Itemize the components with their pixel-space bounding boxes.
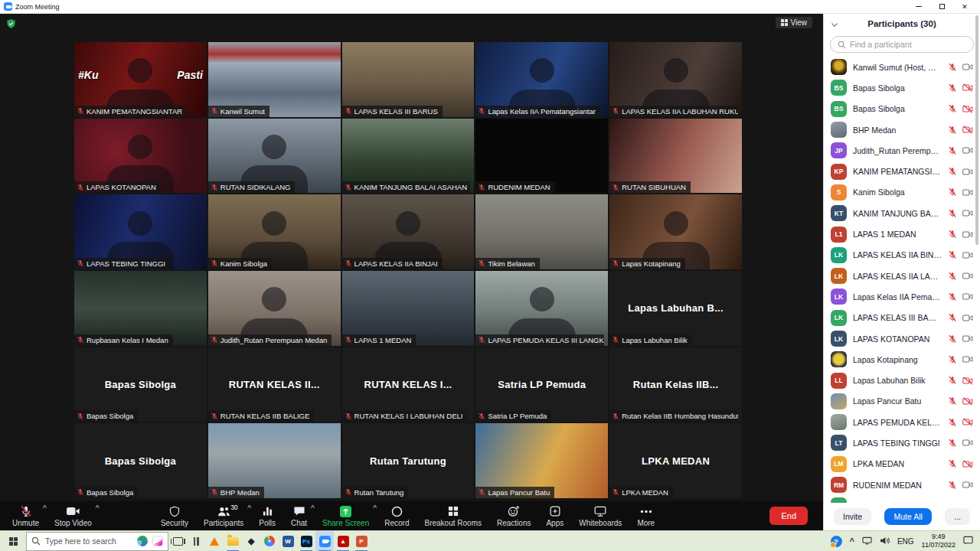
video-tile[interactable]: Tikim Belawan bbox=[475, 194, 608, 269]
participant-search-input[interactable] bbox=[850, 40, 966, 49]
video-tile[interactable]: LAPAS KELAS III BARUS bbox=[342, 42, 475, 117]
participant-row[interactable]: LK LAPAS KELAS IIA LABUHAN RU... bbox=[824, 266, 980, 286]
toolbar-chat-button[interactable]: Chat^ bbox=[283, 501, 315, 530]
participant-row[interactable]: Kanwil Sumut (Host, me) bbox=[824, 57, 980, 77]
end-meeting-button[interactable]: End bbox=[769, 507, 808, 525]
video-tile[interactable]: Rutan Kelas IIB... Rutan Kelas IIB Humba… bbox=[609, 347, 742, 422]
video-tile[interactable]: RUTAN SIBUHUAN bbox=[609, 119, 742, 194]
video-tile[interactable]: KANIM TANJUNG BALAI ASAHAN bbox=[342, 119, 475, 194]
toolbar-share-screen-button[interactable]: Share Screen^ bbox=[315, 501, 377, 530]
participant-row[interactable]: L1 LAPAS 1 MEDAN bbox=[824, 223, 980, 244]
chevron-up-icon[interactable]: ^ bbox=[96, 504, 100, 511]
clock[interactable]: 9:49 11/07/2022 bbox=[922, 533, 956, 550]
participant-row[interactable]: Lapas Kotapinang bbox=[824, 349, 980, 370]
participant-row[interactable]: KP KANIM PEMATANGSIANTAR bbox=[824, 161, 980, 181]
close-button[interactable]: ✕ bbox=[953, 0, 976, 13]
participant-row[interactable]: RM RUDENIM MEDAN bbox=[824, 474, 980, 495]
notification-help-icon[interactable]: ? bbox=[831, 536, 842, 547]
video-tile[interactable]: LAPAS KELAS IIA LABUHAN RUKU bbox=[609, 42, 742, 117]
toolbar-breakout-rooms-button[interactable]: Breakout Rooms bbox=[416, 501, 488, 530]
participant-row[interactable]: BS Bapas Sibolga bbox=[824, 77, 980, 98]
file-explorer-icon[interactable] bbox=[224, 531, 242, 551]
word-icon[interactable]: W bbox=[279, 531, 297, 551]
video-tile[interactable]: LAPAS 1 MEDAN bbox=[342, 271, 475, 346]
participant-row[interactable]: LT LAPAS TEBING TINGGI bbox=[824, 432, 980, 453]
chrome-icon[interactable] bbox=[260, 531, 279, 551]
task-view-button[interactable] bbox=[168, 531, 187, 551]
video-tile[interactable]: Lapas Kelas IIA Pematangsiantar bbox=[475, 42, 608, 117]
pinned-app-icon[interactable] bbox=[187, 531, 205, 551]
toolbar-whiteboards-button[interactable]: Whiteboards bbox=[571, 501, 629, 530]
security-shield-icon[interactable] bbox=[6, 18, 16, 32]
participant-row[interactable]: JP Judith_Rutan Perempuan Medan bbox=[824, 140, 980, 161]
video-tile[interactable]: RUTAN KELAS II... RUTAN KELAS IIB BALIGE bbox=[208, 347, 341, 422]
participant-row[interactable]: LK LAPAS KELAS IIA BINJAI bbox=[824, 245, 980, 266]
panel-scrollbar[interactable] bbox=[975, 15, 978, 245]
toolbar-apps-button[interactable]: Apps bbox=[538, 501, 571, 530]
tray-expand-icon[interactable]: ^ bbox=[850, 536, 854, 546]
participant-row[interactable]: LK LAPAS KELAS III BARUS bbox=[824, 308, 980, 328]
video-tile[interactable]: RUDENIM MEDAN bbox=[475, 119, 608, 194]
video-tile[interactable]: RUTAN SIDIKALANG bbox=[208, 119, 341, 194]
participant-row[interactable]: LK LAPAS KOTANOPAN bbox=[824, 328, 980, 349]
video-tile[interactable]: Judith_Rutan Perempuan Medan bbox=[208, 271, 341, 346]
video-tile[interactable]: Bapas Sibolga Bapas Sibolga bbox=[74, 347, 207, 422]
participant-row[interactable]: LAPAS PEMUDA KELAS III LANG... bbox=[824, 412, 980, 432]
zoom-taskbar-icon[interactable] bbox=[315, 531, 334, 551]
participant-row[interactable]: KT KANIM TANJUNG BALAI ASAHA... bbox=[824, 203, 980, 223]
video-tile[interactable]: LAPAS PEMUDA KELAS III LANGKAT bbox=[475, 271, 608, 346]
participant-row[interactable]: LL Lapas Labuhan Bilik bbox=[824, 370, 980, 390]
participant-search-box[interactable] bbox=[830, 36, 974, 53]
dropbox-icon[interactable]: ◆ bbox=[242, 531, 260, 551]
video-tile[interactable]: #Ku Pasti KANIM PEMATANGSIANTAR bbox=[74, 42, 207, 117]
toolbar-reactions-button[interactable]: Reactions bbox=[489, 501, 538, 530]
acrobat-icon[interactable]: ▲ bbox=[334, 531, 352, 551]
video-tile[interactable]: Lapas Pancur Batu bbox=[475, 423, 608, 498]
toolbar-polls-button[interactable]: Polls bbox=[251, 501, 283, 530]
invite-button[interactable]: Invite bbox=[834, 508, 871, 525]
video-tile[interactable]: Lapas Labuhan B... Lapas Labuhan Bilik bbox=[609, 271, 742, 346]
display-tray-icon[interactable] bbox=[862, 534, 872, 548]
view-button[interactable]: View bbox=[776, 17, 813, 28]
start-button[interactable] bbox=[0, 531, 26, 551]
video-tile[interactable]: Kanim Sibolga bbox=[208, 194, 341, 269]
participant-row[interactable]: BS Bapas Sibolga bbox=[824, 99, 980, 119]
video-tile[interactable]: Satria LP Pemuda Satria LP Pemuda bbox=[475, 347, 608, 422]
chevron-down-icon[interactable] bbox=[831, 21, 838, 27]
minimize-button[interactable] bbox=[907, 0, 930, 13]
video-tile[interactable]: Rupbasan Kelas I Medan bbox=[74, 271, 207, 346]
toolbar-unmute-button[interactable]: Unmute^ bbox=[5, 501, 47, 530]
mute-all-button[interactable]: Mute All bbox=[884, 508, 931, 525]
video-tile[interactable]: Kanwil Sumut bbox=[208, 42, 341, 117]
footer-more-button[interactable]: ... bbox=[945, 508, 970, 525]
video-tile[interactable]: Bapas Sibolga Bapas Sibolga bbox=[74, 423, 207, 498]
photoshop-icon[interactable]: Ps bbox=[297, 531, 315, 551]
video-tile[interactable]: LAPAS TEBING TINGGI bbox=[74, 194, 207, 269]
video-tile[interactable]: Lapas Kotapinang bbox=[609, 194, 742, 269]
taskbar-search-input[interactable] bbox=[45, 536, 132, 546]
action-center-icon[interactable] bbox=[963, 534, 973, 548]
video-tile[interactable]: LAPAS KOTANOPAN bbox=[74, 119, 207, 194]
video-tile[interactable]: Rutan Tarutung Rutan Tarutung bbox=[342, 423, 475, 498]
participant-row[interactable]: Lapas Pancur Batu bbox=[824, 391, 980, 412]
maximize-button[interactable] bbox=[930, 0, 953, 13]
participant-row[interactable]: BHP Medan bbox=[824, 119, 980, 140]
toolbar-more-button[interactable]: More bbox=[629, 501, 662, 530]
video-tile[interactable]: BHP Medan bbox=[208, 423, 341, 498]
toolbar-participants-button[interactable]: Participants30^ bbox=[196, 501, 251, 530]
toolbar-stop-video-button[interactable]: Stop Video^ bbox=[47, 501, 100, 530]
toolbar-record-button[interactable]: Record bbox=[377, 501, 416, 530]
powerpoint-icon[interactable]: P bbox=[352, 531, 371, 551]
taskbar-search-box[interactable] bbox=[26, 532, 168, 551]
participant-row[interactable]: S Kanim Sibolga bbox=[824, 182, 980, 203]
language-indicator[interactable]: ENG bbox=[897, 537, 914, 546]
market-chart-icon[interactable] bbox=[152, 536, 163, 546]
participant-row[interactable]: LM LPKA MEDAN bbox=[824, 454, 980, 474]
video-tile[interactable]: RUTAN KELAS I... RUTAN KELAS I LABUHAN D… bbox=[342, 347, 475, 422]
vlc-icon[interactable] bbox=[205, 531, 224, 551]
toolbar-security-button[interactable]: Security bbox=[153, 501, 196, 530]
video-tile[interactable]: LPKA MEDAN LPKA MEDAN bbox=[609, 423, 742, 498]
video-tile[interactable]: LAPAS KELAS IIA BINJAI bbox=[342, 194, 475, 269]
participant-row[interactable]: LK Lapas Kelas IIA Pematangsiantar bbox=[824, 286, 980, 307]
volume-tray-icon[interactable] bbox=[880, 534, 890, 548]
